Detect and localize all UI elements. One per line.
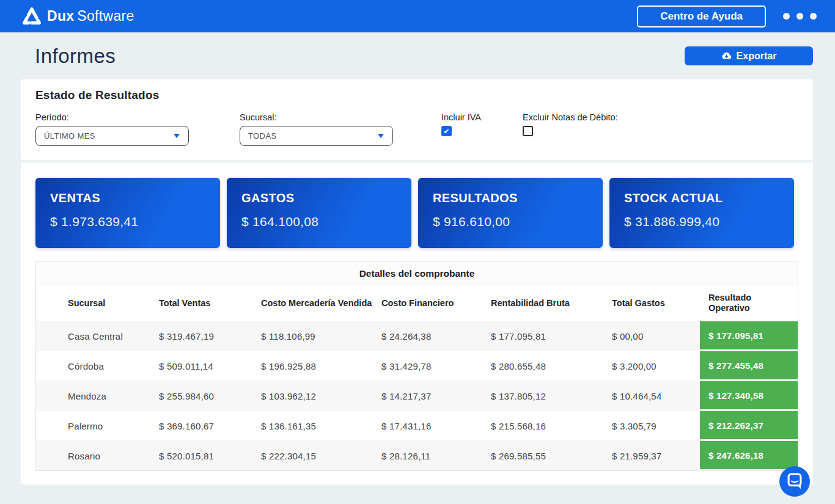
cloud-download-icon bbox=[721, 51, 732, 60]
kpi-card: GASTOS $ 164.100,08 bbox=[227, 178, 411, 248]
column-header: Costo Financiero bbox=[374, 285, 484, 321]
kpi-value: $ 1.973.639,41 bbox=[50, 214, 205, 229]
table-row[interactable]: Córdoba$ 509.011,14$ 196.925,88$ 31.429,… bbox=[36, 351, 798, 381]
value-cell: $ 222.304,15 bbox=[254, 441, 374, 470]
table-row[interactable]: Rosario$ 520.015,81$ 222.304,15$ 28.126,… bbox=[36, 440, 798, 470]
kpi-label: VENTAS bbox=[50, 191, 205, 205]
value-cell: $ 21.959,37 bbox=[605, 441, 700, 470]
export-button[interactable]: Exportar bbox=[685, 46, 813, 65]
period-select[interactable]: ÚLTIMO MES bbox=[35, 126, 189, 146]
include-iva-filter: Incluir IVA ✔ bbox=[441, 112, 523, 146]
operating-result-cell: $ 277.455,48 bbox=[700, 351, 798, 381]
period-selected-value: ÚLTIMO MES bbox=[44, 131, 95, 141]
kpi-card: STOCK ACTUAL $ 31.886.999,40 bbox=[609, 178, 794, 248]
operating-result-cell: $ 127.340,58 bbox=[700, 381, 798, 411]
details-table: Detalles del comprobante SucursalTotal V… bbox=[35, 261, 798, 471]
include-iva-checkbox[interactable]: ✔ bbox=[441, 126, 452, 136]
column-header: Total Ventas bbox=[152, 285, 254, 321]
kpi-value: $ 31.886.999,40 bbox=[624, 214, 779, 229]
dux-triangle-icon bbox=[22, 7, 42, 26]
value-cell: $ 280.655,48 bbox=[484, 351, 605, 381]
value-cell: $ 28.126,11 bbox=[374, 441, 484, 470]
exclude-debit-filter: Excluir Notas de Débito: ✔ bbox=[523, 112, 618, 146]
value-cell: $ 31.429,78 bbox=[374, 351, 484, 381]
value-cell: $ 255.984,60 bbox=[152, 381, 254, 411]
value-cell: $ 509.011,14 bbox=[152, 351, 254, 381]
value-cell: $ 118.106,99 bbox=[254, 321, 374, 351]
dot-icon bbox=[810, 13, 817, 20]
value-cell: $ 520.015,81 bbox=[152, 441, 254, 470]
operating-result-cell: $ 212.262,37 bbox=[700, 411, 798, 440]
value-cell: $ 177.095,81 bbox=[484, 321, 605, 351]
period-label: Período: bbox=[35, 112, 240, 122]
column-header: Resultado Operativo bbox=[700, 285, 798, 321]
branch-filter: Sucursal: TODAS bbox=[240, 112, 441, 146]
topbar: DuxSoftware Centro de Ayuda bbox=[0, 0, 835, 32]
column-header: Total Gastos bbox=[605, 285, 700, 321]
branch-label: Sucursal: bbox=[240, 112, 441, 122]
table-row[interactable]: Casa Central$ 319.467,19$ 118.106,99$ 24… bbox=[36, 321, 798, 351]
menu-dots-icon[interactable] bbox=[783, 13, 817, 20]
value-cell: $ 196.925,88 bbox=[254, 351, 374, 381]
value-cell: $ 3.305,79 bbox=[605, 411, 700, 440]
table-row[interactable]: Mendoza$ 255.984,60$ 103.962,12$ 14.217,… bbox=[36, 381, 798, 411]
dot-icon bbox=[783, 13, 790, 20]
table-row[interactable]: Palermo$ 369.160,67$ 136.161,35$ 17.431,… bbox=[36, 411, 798, 440]
branch-cell: Rosario bbox=[36, 441, 152, 470]
value-cell: $ 136.161,35 bbox=[254, 411, 374, 440]
help-center-button[interactable]: Centro de Ayuda bbox=[637, 5, 766, 27]
column-header: Rentabilidad Bruta bbox=[484, 285, 605, 321]
exclude-debit-checkbox[interactable]: ✔ bbox=[523, 126, 533, 136]
results-panel: VENTAS $ 1.973.639,41 GASTOS $ 164.100,0… bbox=[21, 163, 813, 484]
include-iva-label: Incluir IVA bbox=[441, 112, 523, 122]
kpi-value: $ 164.100,08 bbox=[241, 214, 397, 229]
section-title: Estado de Resultados bbox=[35, 89, 798, 102]
kpi-card: VENTAS $ 1.973.639,41 bbox=[35, 178, 220, 248]
exclude-debit-label: Excluir Notas de Débito: bbox=[523, 112, 618, 122]
check-icon: ✔ bbox=[443, 128, 449, 135]
value-cell: $ 269.585,55 bbox=[484, 441, 605, 470]
value-cell: $ 10.464,54 bbox=[605, 381, 700, 411]
column-header: Costo Mercadería Vendida bbox=[254, 285, 374, 321]
value-cell: $ 369.160,67 bbox=[152, 411, 254, 440]
kpi-value: $ 916.610,00 bbox=[433, 214, 588, 229]
branch-cell: Casa Central bbox=[36, 321, 152, 351]
chat-launcher-button[interactable] bbox=[779, 466, 810, 497]
branch-cell: Mendoza bbox=[36, 381, 152, 411]
value-cell: $ 137.805,12 bbox=[484, 381, 605, 411]
kpi-label: STOCK ACTUAL bbox=[624, 191, 779, 205]
branch-cell: Córdoba bbox=[36, 351, 152, 381]
branch-selected-value: TODAS bbox=[248, 131, 277, 141]
chat-bubble-icon bbox=[779, 488, 810, 499]
branch-select[interactable]: TODAS bbox=[240, 126, 393, 146]
page-header: Informes Exportar bbox=[0, 32, 835, 79]
kpi-label: GASTOS bbox=[241, 191, 397, 205]
caret-down-icon bbox=[174, 134, 180, 138]
table-body: Casa Central$ 319.467,19$ 118.106,99$ 24… bbox=[36, 321, 798, 470]
branch-cell: Palermo bbox=[36, 411, 152, 440]
column-header: Sucursal bbox=[36, 285, 152, 321]
dot-icon bbox=[796, 13, 803, 20]
table-header-row: SucursalTotal VentasCosto Mercadería Ven… bbox=[36, 285, 798, 321]
value-cell: $ 17.431,16 bbox=[374, 411, 484, 440]
page-title: Informes bbox=[35, 45, 116, 68]
period-filter: Período: ÚLTIMO MES bbox=[35, 112, 240, 146]
table-title: Detalles del comprobante bbox=[36, 262, 798, 285]
kpi-label: RESULTADOS bbox=[433, 191, 588, 205]
value-cell: $ 3.200,00 bbox=[605, 351, 700, 381]
caret-down-icon bbox=[378, 134, 384, 138]
brand-name: DuxSoftware bbox=[47, 8, 134, 24]
value-cell: $ 14.217,37 bbox=[374, 381, 484, 411]
value-cell: $ 319.467,19 bbox=[152, 321, 254, 351]
value-cell: $ 103.962,12 bbox=[254, 381, 374, 411]
value-cell: $ 24.264,38 bbox=[374, 321, 484, 351]
filters-panel: Estado de Resultados Período: ÚLTIMO MES… bbox=[21, 79, 813, 160]
operating-result-cell: $ 177.095,81 bbox=[700, 321, 798, 351]
brand-logo: DuxSoftware bbox=[22, 7, 134, 26]
value-cell: $ 215.568,16 bbox=[484, 411, 605, 440]
value-cell: $ 00,00 bbox=[605, 321, 700, 351]
kpi-row: VENTAS $ 1.973.639,41 GASTOS $ 164.100,0… bbox=[35, 178, 798, 248]
kpi-card: RESULTADOS $ 916.610,00 bbox=[418, 178, 603, 248]
